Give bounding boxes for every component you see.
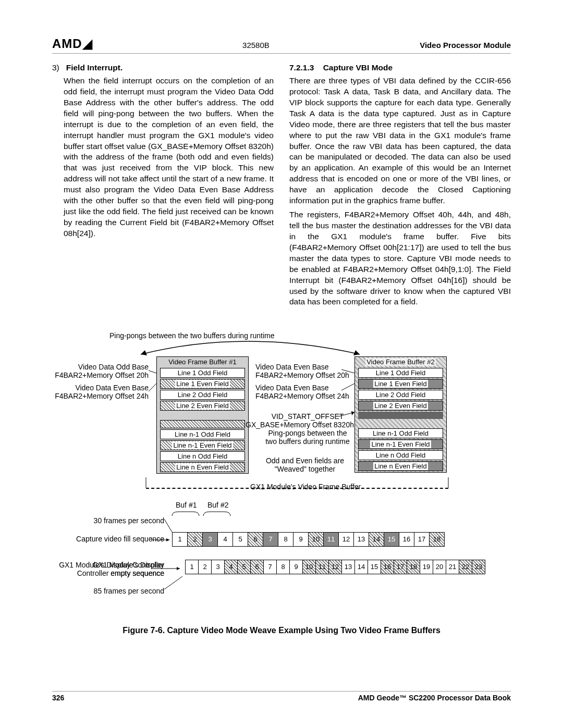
page-header: AMD◣ 32580B Video Processor Module [52,36,511,54]
svg-line-2 [149,371,156,373]
item-number: 3) [52,63,59,72]
svg-line-10 [164,519,172,532]
svg-marker-14 [177,567,180,570]
section-title: Video Processor Module [420,41,511,50]
video-frame-buffer-1: Video Frame Buffer #1 Line 1 Odd Field L… [156,356,249,474]
capture-fill-sequence: 123456789101112131415161718 [172,532,445,547]
doc-number: 32580B [242,41,270,50]
item-title: Field Interrupt. [66,63,123,72]
amd-logo: AMD◣ [52,36,92,51]
svg-line-3 [149,384,156,391]
svg-marker-0 [353,350,360,355]
body-columns: 3) Field Interrupt. When the field inter… [52,63,511,311]
figure-caption: Figure 7-6. Capture Video Mode Weave Exa… [52,626,511,635]
svg-marker-1 [141,350,147,355]
svg-marker-12 [166,538,169,541]
right-paragraph-2: The registers, F4BAR2+Memory Offset 40h,… [289,209,511,307]
book-title: AMD Geode™ SC2200 Processor Data Book [358,694,511,702]
subheading-number: 7.2.1.3 [289,63,314,72]
subheading-title: Capture VBI Mode [323,63,393,72]
video-frame-buffer-2: Video Frame Buffer #2 Line 1 Odd Field L… [354,356,447,473]
left-column: 3) Field Interrupt. When the field inter… [52,63,274,311]
page-number: 326 [52,694,64,702]
right-column: 7.2.1.3 Capture VBI Mode There are three… [289,63,511,311]
figure-7-6: Ping-pongs between the two buffers durin… [52,331,511,655]
page-footer: 326 AMD Geode™ SC2200 Processor Data Boo… [52,691,511,702]
right-paragraph-1: There are three types of VBI data define… [289,76,511,206]
display-empty-sequence: 1234567891011121314151617181920212223 [185,560,485,574]
left-paragraph: When the field interrupt occurs on the c… [52,76,274,239]
svg-line-15 [164,576,182,589]
ping-pong-label: Ping-pongs between the two buffers durin… [109,331,275,340]
